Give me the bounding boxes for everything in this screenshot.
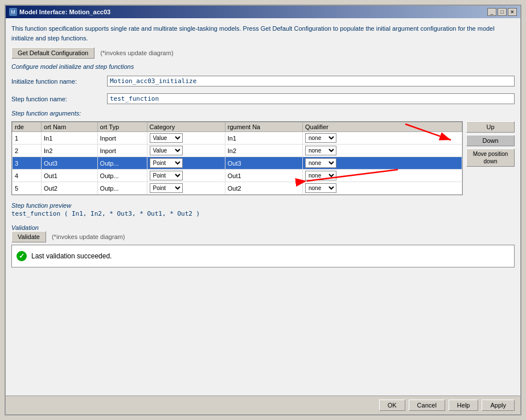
category-select-5[interactable]: Value Point (150, 183, 183, 193)
main-window: M Model Interface: Motion_acc03 _ □ ✕ Th… (5, 5, 521, 415)
table-row: 4 Out1 Outp... Value Point Out1 (13, 170, 462, 182)
cell-port-name: Out1 (42, 170, 98, 182)
main-content: This function specification supports sin… (6, 18, 520, 396)
bottom-bar: OK Cancel Help Apply (6, 396, 520, 414)
close-button[interactable]: ✕ (508, 8, 517, 16)
cell-port-name: In2 (42, 145, 98, 157)
maximize-button[interactable]: □ (498, 8, 507, 16)
qualifier-select-1[interactable]: none const volatile (305, 133, 336, 143)
validate-button[interactable]: Validate (11, 231, 46, 242)
table-row: 5 Out2 Outp... Value Point Out2 (13, 182, 462, 195)
validation-label: Validation (11, 224, 515, 231)
args-table-wrapper: rde ort Nam ort Typ Category rgument Na … (11, 121, 463, 195)
qualifier-select-2[interactable]: none const volatile (305, 146, 336, 155)
cell-order: 4 (13, 170, 42, 182)
cell-port-type: Outp... (97, 170, 147, 182)
cell-category[interactable]: Value Point (147, 182, 225, 195)
validation-section: Validation Validate (*invokes update dia… (11, 224, 515, 267)
table-section: rde ort Nam ort Typ Category rgument Na … (11, 121, 515, 195)
validate-hint: (*invokes update diagram) (52, 233, 125, 240)
cell-port-type: Outp... (97, 182, 147, 195)
ok-button[interactable]: OK (379, 400, 405, 411)
col-qualifier: Qualifier (303, 122, 462, 132)
qualifier-select-5[interactable]: none const volatile (305, 183, 336, 193)
col-arg-name: rgument Na (225, 122, 302, 132)
step-label: Step function name: (11, 96, 102, 102)
help-button[interactable]: Help (449, 400, 479, 411)
table-container: rde ort Nam ort Typ Category rgument Na … (11, 121, 515, 195)
qualifier-select-3[interactable]: none const volatile (305, 158, 336, 168)
minimize-button[interactable]: _ (487, 8, 496, 16)
initialize-input[interactable] (107, 76, 515, 87)
cell-category[interactable]: Value Point (147, 132, 225, 145)
cell-category[interactable]: Value Point (147, 157, 225, 170)
top-row: Get Default Configuration (*invokes upda… (11, 47, 515, 59)
cell-arg-name: In2 (225, 145, 302, 157)
step-row: Step function name: (11, 93, 515, 104)
cell-order: 1 (13, 132, 42, 145)
title-bar-left: M Model Interface: Motion_acc03 (9, 8, 110, 16)
cell-order: 5 (13, 182, 42, 195)
table-body: 1 In1 Inport Value Point In1 (13, 132, 462, 195)
cancel-button[interactable]: Cancel (409, 400, 445, 411)
category-select-2[interactable]: Value Point (150, 146, 183, 155)
validation-box: ✓ Last validation succeeded. (11, 245, 515, 267)
title-bar: M Model Interface: Motion_acc03 _ □ ✕ (6, 6, 520, 18)
col-port-name: ort Nam (42, 122, 98, 132)
success-icon: ✓ (17, 251, 27, 261)
cell-arg-name: Out3 (225, 157, 302, 170)
args-table: rde ort Nam ort Typ Category rgument Na … (12, 122, 462, 195)
category-select-4[interactable]: Value Point (150, 171, 183, 180)
col-category: Category (147, 122, 225, 132)
initialize-label: Initialize function name: (11, 78, 102, 85)
table-row: 1 In1 Inport Value Point In1 (13, 132, 462, 145)
cell-qualifier[interactable]: none const volatile (303, 132, 462, 145)
cell-qualifier[interactable]: none const volatile (303, 145, 462, 157)
col-port-type: ort Typ (97, 122, 147, 132)
preview-code: test_function ( In1, In2, * Out3, * Out1… (11, 210, 515, 217)
cell-order: 3 (13, 157, 42, 170)
table-row-selected[interactable]: 3 Out3 Outp... Value Point Out3 (13, 157, 462, 170)
apply-button[interactable]: Apply (482, 400, 515, 411)
configure-section-label: Configure model initialize and step func… (11, 63, 515, 70)
cell-order: 2 (13, 145, 42, 157)
cell-port-type: Outp... (97, 157, 147, 170)
cell-port-type: Inport (97, 132, 147, 145)
cell-qualifier[interactable]: none const volatile (303, 170, 462, 182)
validation-status: Last validation succeeded. (31, 252, 112, 260)
down-button[interactable]: Down (466, 135, 515, 146)
initialize-row: Initialize function name: (11, 76, 515, 87)
cell-category[interactable]: Value Point (147, 145, 225, 157)
table-row: 2 In2 Inport Value Point In2 (13, 145, 462, 157)
step-input[interactable] (107, 93, 515, 104)
cell-port-type: Inport (97, 145, 147, 157)
cell-port-name: Out2 (42, 182, 98, 195)
cell-arg-name: Out2 (225, 182, 302, 195)
qualifier-select-4[interactable]: none const volatile (305, 171, 336, 180)
preview-label: Step function preview (11, 202, 515, 209)
cell-category[interactable]: Value Point (147, 170, 225, 182)
window-icon: M (9, 8, 17, 16)
get-default-button[interactable]: Get Default Configuration (11, 47, 94, 59)
window-title: Model Interface: Motion_acc03 (19, 9, 110, 15)
title-controls: _ □ ✕ (487, 8, 517, 16)
table-header: rde ort Nam ort Typ Category rgument Na … (13, 122, 462, 132)
preview-section: Step function preview test_function ( In… (11, 202, 515, 217)
col-order: rde (13, 122, 42, 132)
cell-qualifier[interactable]: none const volatile (303, 157, 462, 170)
move-position-down-button[interactable]: Move position down (466, 149, 515, 167)
category-select-3[interactable]: Value Point (150, 158, 183, 168)
cell-port-name: Out3 (42, 157, 98, 170)
step-args-label: Step function arguments: (11, 110, 515, 117)
category-select-1[interactable]: Value Point (150, 133, 183, 143)
validate-row: Validate (*invokes update diagram) (11, 231, 515, 242)
cell-arg-name: Out1 (225, 170, 302, 182)
cell-arg-name: In1 (225, 132, 302, 145)
cell-port-name: In1 (42, 132, 98, 145)
table-side-buttons: Up Down Move position down (466, 121, 515, 195)
cell-qualifier[interactable]: none const volatile (303, 182, 462, 195)
description-text: This function specification supports sin… (11, 24, 515, 43)
up-button[interactable]: Up (466, 121, 515, 133)
get-default-hint: (*invokes update diagram) (100, 50, 173, 56)
